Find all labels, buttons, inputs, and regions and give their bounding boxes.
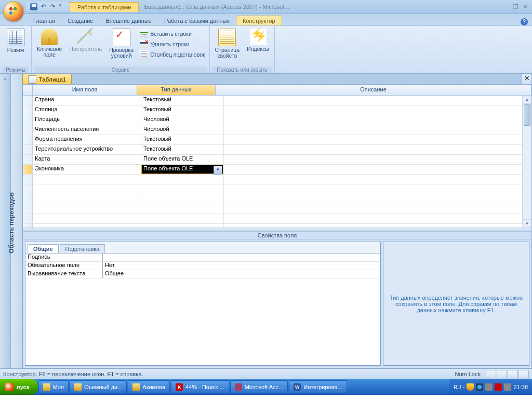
- cell-description[interactable]: [224, 175, 523, 184]
- undo-icon[interactable]: ↶: [39, 3, 47, 10]
- tab-external[interactable]: Внешние данные: [100, 16, 158, 25]
- cell-data-type[interactable]: Текстовый: [141, 145, 224, 154]
- vertical-scrollbar[interactable]: ▲ ▼: [522, 96, 531, 228]
- cell-data-type[interactable]: [141, 204, 224, 214]
- row-selector[interactable]: [23, 105, 33, 115]
- cell-field-name[interactable]: Территориальное устройство: [33, 145, 141, 154]
- row-selector-header[interactable]: [23, 85, 33, 95]
- view-shortcut-pivotchart[interactable]: [508, 370, 518, 378]
- table-row[interactable]: СтолицаТекстовый: [23, 105, 531, 115]
- taskbar-button[interactable]: Съемный ди...: [70, 380, 127, 394]
- cell-field-name[interactable]: [33, 204, 141, 214]
- cell-description[interactable]: [223, 165, 523, 174]
- table-row[interactable]: [23, 184, 531, 194]
- taskbar-button[interactable]: Интегрирова...: [289, 380, 347, 394]
- cell-data-type[interactable]: Текстовый: [141, 135, 224, 144]
- builder-button[interactable]: Построитель: [66, 27, 105, 54]
- cell-description[interactable]: [224, 204, 523, 214]
- table-row[interactable]: [23, 175, 531, 184]
- property-value[interactable]: Общее: [103, 270, 380, 278]
- cell-field-name[interactable]: [33, 184, 141, 194]
- column-header-description[interactable]: Описание: [216, 85, 531, 95]
- row-selector[interactable]: [23, 145, 33, 154]
- scroll-down-icon[interactable]: ▼: [523, 219, 531, 228]
- table-row[interactable]: ПлощадьЧисловой: [23, 115, 531, 125]
- cell-data-type[interactable]: [141, 175, 224, 184]
- cell-description[interactable]: [224, 115, 523, 125]
- lookup-column-button[interactable]: Столбец подстановок: [138, 50, 207, 59]
- view-button[interactable]: Режим: [2, 27, 29, 55]
- cell-data-type[interactable]: [141, 224, 224, 228]
- cell-description[interactable]: [224, 135, 523, 144]
- cell-description[interactable]: [224, 96, 523, 105]
- cell-description[interactable]: [224, 184, 523, 194]
- property-row[interactable]: Подпись: [25, 254, 380, 262]
- table-row[interactable]: ЭкономикаПоле объекта OLE▼: [23, 165, 531, 175]
- tab-lookup[interactable]: Подстановка: [60, 244, 105, 253]
- row-selector[interactable]: [23, 204, 33, 214]
- dropdown-icon[interactable]: ▼: [214, 166, 222, 175]
- volume-icon[interactable]: [485, 383, 493, 391]
- table-row[interactable]: [23, 214, 531, 224]
- test-validation-button[interactable]: Проверка условий: [106, 27, 137, 60]
- minimize-icon[interactable]: —: [502, 3, 509, 10]
- property-value[interactable]: Нет: [103, 262, 380, 270]
- cell-field-name[interactable]: Страна: [33, 96, 141, 105]
- taskbar-button[interactable]: 44% - Поиск ...: [171, 380, 229, 394]
- cell-data-type[interactable]: [141, 214, 224, 223]
- tab-home[interactable]: Главная: [27, 16, 61, 25]
- table-row[interactable]: [23, 224, 531, 228]
- tray-icon[interactable]: [504, 383, 511, 391]
- primary-key-button[interactable]: Ключевое поле: [34, 27, 65, 59]
- table-row[interactable]: [23, 204, 531, 214]
- cell-data-type[interactable]: Текстовый: [141, 96, 224, 105]
- cell-data-type[interactable]: Числовой: [141, 115, 224, 125]
- table-row[interactable]: СтранаТекстовый: [23, 96, 531, 105]
- cell-data-type[interactable]: Поле объекта OLE▼: [141, 165, 223, 174]
- cell-field-name[interactable]: [33, 175, 141, 184]
- row-selector[interactable]: [23, 155, 33, 164]
- document-tab[interactable]: Таблица1: [22, 74, 72, 84]
- grid-body[interactable]: СтранаТекстовыйСтолицаТекстовыйПлощадьЧи…: [23, 96, 531, 228]
- cell-data-type[interactable]: [141, 184, 224, 194]
- table-row[interactable]: Численность населенияЧисловой: [23, 125, 531, 135]
- row-selector[interactable]: [23, 184, 33, 194]
- cell-description[interactable]: [224, 125, 523, 135]
- cell-field-name[interactable]: [33, 224, 141, 228]
- scroll-thumb[interactable]: [524, 104, 530, 126]
- indexes-button[interactable]: Индексы: [244, 27, 272, 54]
- cell-field-name[interactable]: Столица: [33, 105, 141, 115]
- tab-dbtools[interactable]: Работа с базами данных: [158, 16, 236, 25]
- help-icon[interactable]: ?: [521, 18, 528, 25]
- taskbar-button[interactable]: Акимова: [128, 380, 170, 394]
- cell-description[interactable]: [224, 194, 523, 204]
- column-header-data-type[interactable]: Тип данных: [137, 85, 216, 95]
- start-button[interactable]: пуск: [0, 379, 38, 395]
- tray-chevron-icon[interactable]: ‹: [463, 384, 464, 390]
- delete-rows-button[interactable]: Удалить строки: [138, 39, 207, 49]
- cell-field-name[interactable]: [33, 194, 141, 204]
- splitter[interactable]: [23, 228, 531, 232]
- close-icon[interactable]: ✕: [523, 3, 528, 10]
- row-selector[interactable]: [23, 224, 33, 228]
- cell-data-type[interactable]: Поле объекта OLE: [141, 155, 224, 164]
- cell-description[interactable]: [224, 145, 523, 154]
- cell-field-name[interactable]: Численность населения: [33, 125, 141, 135]
- row-selector[interactable]: [23, 115, 33, 125]
- row-selector[interactable]: [23, 194, 33, 204]
- cell-field-name[interactable]: Форма правления: [33, 135, 141, 144]
- property-row[interactable]: Обязательное полеНет: [25, 262, 380, 270]
- redo-icon[interactable]: ↷: [49, 3, 56, 10]
- cell-field-name[interactable]: Площадь: [33, 115, 141, 125]
- kaspersky-icon[interactable]: [495, 383, 502, 391]
- cell-data-type[interactable]: [141, 194, 224, 204]
- table-row[interactable]: Форма правленияТекстовый: [23, 135, 531, 145]
- row-selector[interactable]: [23, 165, 33, 174]
- taskbar-button[interactable]: Моя: [38, 380, 69, 394]
- network-icon[interactable]: [476, 383, 483, 391]
- insert-rows-button[interactable]: Вставить строки: [138, 29, 207, 38]
- row-selector[interactable]: [23, 175, 33, 184]
- save-icon[interactable]: [30, 3, 37, 10]
- table-row[interactable]: КартаПоле объекта OLE: [23, 155, 531, 165]
- property-value[interactable]: [103, 254, 380, 261]
